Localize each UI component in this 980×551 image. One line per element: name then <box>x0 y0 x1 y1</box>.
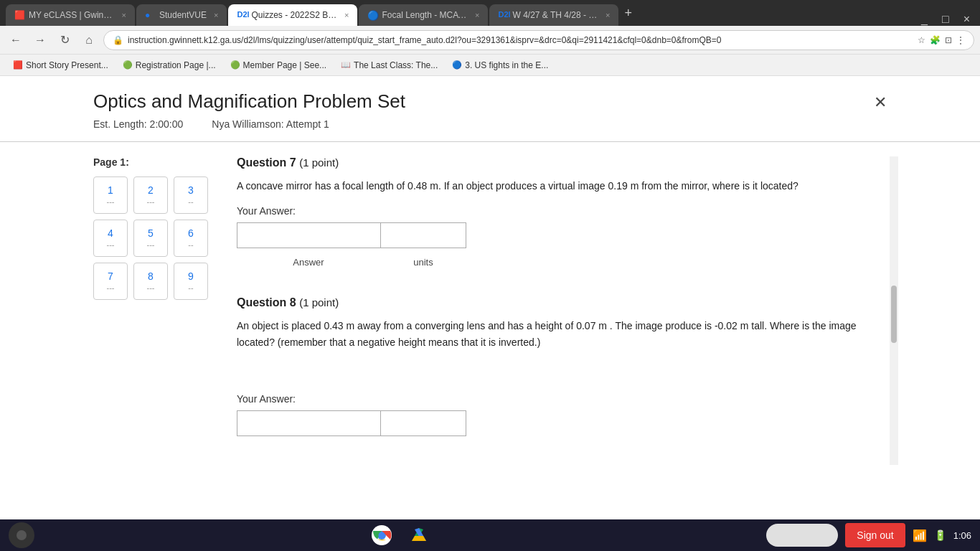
time-display: 1:06 <box>953 530 971 541</box>
tab-close-3[interactable]: × <box>344 11 349 19</box>
content-area: Optics and Magnification Problem Set Est… <box>0 76 980 519</box>
question-7-text: A concave mirror has a focal length of 0… <box>237 178 887 194</box>
tab-bar: 🟥 MY eCLASS | Gwinnett County × ● Studen… <box>0 0 980 26</box>
question-nav-5[interactable]: 5 --- <box>133 220 168 257</box>
drive-svg <box>409 525 429 545</box>
answer-labels-7: Answer units <box>237 254 466 268</box>
tab-close-5[interactable]: × <box>606 11 610 19</box>
bookmark-label-4: The Last Class: The... <box>354 60 438 70</box>
est-length: Est. Length: 2:00:00 <box>93 118 183 130</box>
start-button[interactable] <box>9 522 34 548</box>
bookmark-4[interactable]: 📖 The Last Class: The... <box>335 59 443 72</box>
scrollbar-thumb[interactable] <box>891 286 897 343</box>
maximize-icon[interactable]: □ <box>938 13 953 26</box>
url-icons: ☆ 🧩 ⊡ ⋮ <box>918 35 965 45</box>
bookmark-icon-4: 📖 <box>341 60 351 70</box>
answer-input-8[interactable] <box>237 410 380 436</box>
bookmark-5[interactable]: 🔵 3. US fights in the E... <box>446 59 554 72</box>
q-status-4: --- <box>107 240 115 249</box>
start-dot <box>17 530 27 540</box>
q-num-3: 3 <box>188 184 194 196</box>
tab-favicon-2: ● <box>145 10 155 20</box>
q-num-2: 2 <box>148 184 154 196</box>
star-icon[interactable]: ☆ <box>918 35 925 45</box>
page-label: Page 1: <box>93 156 208 168</box>
question-7-block: Question 7 (1 point) A concave mirror ha… <box>237 156 887 268</box>
question-nav-1[interactable]: 1 --- <box>93 176 128 214</box>
bookmark-1[interactable]: 🟥 Short Story Present... <box>7 59 114 72</box>
tab-close-4[interactable]: × <box>475 11 479 19</box>
sign-out-button[interactable]: Sign out <box>845 523 905 547</box>
tab-favicon-3: D2l <box>237 10 247 20</box>
bookmark-2[interactable]: 🟢 Registration Page |... <box>117 59 222 72</box>
close-quiz-button[interactable]: ✕ <box>874 93 887 112</box>
tab-focal-length[interactable]: 🔵 Focal Length - MCAT Physical × <box>359 4 488 26</box>
tab-close-1[interactable]: × <box>122 11 126 19</box>
scrollbar-track[interactable] <box>890 156 898 465</box>
units-input-8[interactable] <box>380 410 466 436</box>
bookmark-label-1: Short Story Present... <box>26 60 108 70</box>
units-input-7[interactable] <box>380 222 466 248</box>
forward-button[interactable]: → <box>30 30 50 50</box>
user-capsule <box>766 524 838 547</box>
question-nav-7[interactable]: 7 --- <box>93 263 128 300</box>
tab-favicon-4: 🔵 <box>367 10 377 20</box>
question-7-points: (1 point) <box>299 156 339 169</box>
q-num-1: 1 <box>108 184 113 196</box>
quiz-meta: Est. Length: 2:00:00 Nya Williamson: Att… <box>93 118 887 130</box>
tab-close-2[interactable]: × <box>214 11 218 19</box>
tab-favicon-1: 🟥 <box>14 10 24 20</box>
home-button[interactable]: ⌂ <box>79 30 99 50</box>
answer-label-7: Answer <box>237 254 380 268</box>
question-nav-6[interactable]: 6 -- <box>174 220 208 257</box>
bookmarks-bar: 🟥 Short Story Present... 🟢 Registration … <box>0 55 980 76</box>
bookmark-icon-3: 🟢 <box>230 60 240 70</box>
q-status-1: --- <box>107 197 115 206</box>
units-label-7: units <box>380 254 466 268</box>
quiz-header: Optics and Magnification Problem Set Est… <box>0 76 980 142</box>
address-bar: ← → ↻ ⌂ 🔒 instruction.gwinnett.k12.ga.us… <box>0 26 980 55</box>
question-nav-9[interactable]: 9 -- <box>174 263 208 300</box>
question-nav-4[interactable]: 4 --- <box>93 220 128 257</box>
tab-label-2: StudentVUE <box>159 10 207 20</box>
menu-icon[interactable]: ⋮ <box>956 35 965 45</box>
chrome-taskbar-icon[interactable] <box>369 522 395 548</box>
tab-quizzes[interactable]: D2l Quizzes - 2022S2 Bailey.M PH × <box>228 4 357 26</box>
answer-input-7[interactable] <box>237 222 380 248</box>
question-nav-3[interactable]: 3 -- <box>174 176 208 214</box>
q-num-6: 6 <box>188 227 194 239</box>
puzzle-icon[interactable]: 🧩 <box>930 35 941 45</box>
your-answer-label-8: Your Answer: <box>237 393 887 405</box>
answer-row-7 <box>237 222 466 248</box>
drive-taskbar-icon[interactable] <box>406 522 432 548</box>
bookmark-icon-2: 🟢 <box>123 60 133 70</box>
tab-optics[interactable]: D2l W 4/27 & TH 4/28 - Optics Pro × <box>489 4 618 26</box>
url-bar[interactable]: 🔒 instruction.gwinnett.k12.ga.us/d2l/lms… <box>103 30 974 50</box>
question-nav-2[interactable]: 2 --- <box>133 176 168 214</box>
back-button[interactable]: ← <box>6 30 26 50</box>
svg-point-2 <box>379 532 385 539</box>
student-info: Nya Williamson: Attempt 1 <box>212 118 329 130</box>
sidebar-icon[interactable]: ⊡ <box>945 35 952 45</box>
your-answer-label-7: Your Answer: <box>237 205 887 217</box>
quiz-body: Page 1: 1 --- 2 --- 3 -- <box>0 142 980 479</box>
tab-my-eclass[interactable]: 🟥 MY eCLASS | Gwinnett County × <box>6 4 135 26</box>
answer-inputs-7: Answer units <box>237 222 887 268</box>
url-text: instruction.gwinnett.k12.ga.us/d2l/lms/q… <box>128 35 722 45</box>
tab-studentvue[interactable]: ● StudentVUE × <box>136 4 227 26</box>
q-status-8: --- <box>147 283 155 292</box>
close-window-icon[interactable]: × <box>959 13 974 26</box>
new-tab-button[interactable]: + <box>620 6 636 21</box>
taskbar-center <box>34 522 766 548</box>
bookmark-icon-5: 🔵 <box>452 60 462 70</box>
question-7-heading: Question 7 (1 point) <box>237 156 887 169</box>
question-nav-8[interactable]: 8 --- <box>133 263 168 300</box>
refresh-button[interactable]: ↻ <box>55 30 75 50</box>
bookmark-icon-1: 🟥 <box>13 60 23 70</box>
minimize-icon[interactable]: _ <box>917 13 932 26</box>
quiz-title: Optics and Magnification Problem Set <box>93 90 887 113</box>
q-status-2: --- <box>147 197 155 206</box>
bookmark-3[interactable]: 🟢 Member Page | See... <box>225 59 333 72</box>
question-8-text: An object is placed 0.43 m away from a c… <box>237 318 887 350</box>
quiz-container: Optics and Magnification Problem Set Est… <box>0 76 980 519</box>
